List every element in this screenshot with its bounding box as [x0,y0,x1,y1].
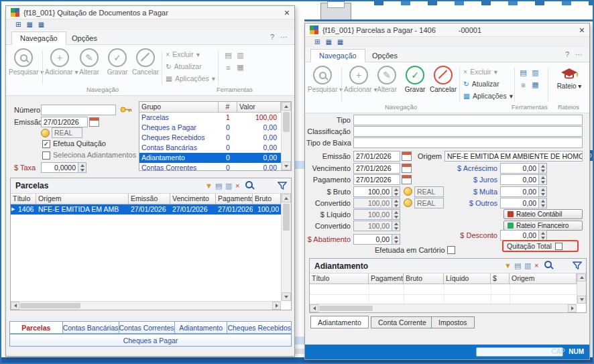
tab-conta-corrente[interactable]: Conta Corrente [371,316,434,328]
adiant-col-pagamento[interactable]: Pagamento [369,274,404,284]
message-list-icon[interactable]: ▤ [223,50,233,60]
grid-view-icon[interactable]: ▦ [325,39,331,46]
tab-impostos[interactable]: Impostos [431,316,475,328]
grid-view2-icon[interactable]: ▦ [38,21,44,28]
adiant-col-origem[interactable]: Origem [510,274,577,284]
parcelas-vscrollbar[interactable] [281,194,291,301]
f18-close-icon[interactable]: × [284,8,290,17]
adiant-col-cifrao[interactable]: $ [491,274,510,284]
abatimento-input[interactable]: 0,00 [353,234,392,245]
f18-gravar-button[interactable]: ✓ Gravar [103,48,132,76]
f16-aplicacoes-button[interactable]: ▦Aplicações▾ [463,90,513,101]
f16-gravar-button[interactable]: ✓ Gravar [400,66,430,93]
f18-atualizar-button[interactable]: ↻Atualizar [166,61,202,72]
scroll-thumb[interactable] [283,204,290,231]
status-input[interactable] [476,347,563,357]
scroll-thumb[interactable] [319,306,373,311]
delete-doc-icon[interactable]: × [235,181,239,191]
copy-icon[interactable]: ▥ [530,68,540,78]
f16-cancelar-button[interactable]: Cancelar [428,66,458,93]
calendar-icon[interactable] [402,175,412,184]
juros-input[interactable]: 0,00 [500,174,539,185]
convertido-spinner[interactable] [392,198,400,208]
f18-tab-opcoes[interactable]: Opções [64,32,105,45]
tab-adiantamento[interactable]: Adiantamento [310,316,369,328]
groups-grid-vscrollbar[interactable] [281,102,291,170]
f16-pesquisar-button[interactable]: Pesquisar ▾ [308,66,337,93]
search-icon[interactable] [245,181,253,191]
f18-pesquisar-button[interactable]: Pesquisar ▾ [9,48,38,76]
copy-doc-icon[interactable]: ▥ [524,261,531,271]
f16-atualizar-button[interactable]: ↻Atualizar [463,78,499,89]
classificacao-input[interactable] [353,126,583,137]
liquido-spinner[interactable] [392,209,400,220]
list-icon[interactable]: ≡ [223,62,233,72]
tab-adiantamento[interactable]: Adiantamento [174,321,228,334]
grid-view-icon[interactable]: ▦ [26,21,32,28]
collapse-ribbon-icon[interactable]: ⊞ [314,39,320,46]
outros-input[interactable]: 0,00 [500,198,539,208]
parcelas-col-vencimento[interactable]: Vencimento [170,194,216,204]
f18-tab-navegacao[interactable]: Navegação [11,32,66,45]
adiantamento-hscrollbar[interactable] [310,304,577,312]
groups-col-num[interactable]: # [219,102,237,113]
new-doc-icon[interactable]: ▤ [514,261,521,271]
filter-edit-icon[interactable]: ▼ [504,261,512,271]
print-icon[interactable]: ▦ [530,80,540,90]
copy-icon[interactable]: ▥ [235,50,245,60]
tab-cheques-recebidos[interactable]: Cheques Recebidos [227,321,292,334]
taxa-spinner[interactable] [78,162,86,173]
f16-close-icon[interactable]: × [579,25,585,35]
table-row[interactable]: Cheques Recebidos [139,133,219,143]
f16-tab-navegacao[interactable]: Navegação [310,49,365,62]
seleciona-adiantamentos-checkbox[interactable] [42,151,50,160]
tab-contas-bancarias[interactable]: Contas Bancárias [62,321,119,334]
f16-excluir-button[interactable]: ×Excluir▾ [463,66,497,77]
f18-help-icon[interactable]: ? [270,33,274,41]
scroll-thumb[interactable] [20,303,80,308]
desconto-input[interactable]: 0,00 [500,230,539,241]
f16-help-icon[interactable]: ? [565,50,569,58]
bruto-spinner[interactable] [392,186,400,197]
calendar-icon[interactable] [402,151,412,161]
new-doc-icon[interactable]: ▤ [215,181,222,191]
taxa-input[interactable]: 0,0000 [41,162,78,173]
quitacao-total-checkbox[interactable] [555,243,562,250]
convertido2-spinner[interactable] [392,221,400,231]
table-row[interactable]: Parcelas [139,113,219,123]
efetua-quitacao-checkbox[interactable]: ✓ [42,140,50,148]
print-icon[interactable]: ▦ [235,62,245,72]
f18-alterar-button[interactable]: ✎ Alterar [74,48,104,76]
scroll-up-icon[interactable] [577,274,586,282]
parcelas-hscrollbar[interactable] [11,301,281,310]
emissao-input[interactable]: 27/01/2026 [353,151,400,162]
table-row-selected[interactable]: ▶ 1406 NFE-E EMITIDA EM AMB 27/01/2026 2… [11,204,281,215]
f16-more-icon[interactable]: ⋯ [575,50,583,59]
tipo-input[interactable] [353,115,583,125]
tab-contas-correntes[interactable]: Contas Correntes [119,321,175,334]
tab-parcelas[interactable]: Parcelas [9,321,63,334]
f18-cancelar-button[interactable]: Cancelar [131,48,160,76]
rateio-financeiro-button[interactable]: Rateio Financeiro [503,221,583,231]
bruto-input[interactable]: 100,00 [353,186,392,197]
vencimento-input[interactable]: 27/01/2026 [353,163,400,174]
parcelas-col-titulo[interactable]: Título [11,194,36,204]
adiant-col-bruto[interactable]: Bruto [404,274,444,284]
scroll-down-icon[interactable] [282,292,291,301]
scroll-down-icon[interactable] [282,162,291,170]
f16-adicionar-button[interactable]: + Adicionar ▾ [344,66,373,93]
f18-aplicacoes-button[interactable]: ▦Aplicações▾ [166,73,215,84]
adiant-col-titulo[interactable]: Título [310,274,369,284]
numero-input[interactable] [41,105,116,115]
acrescimo-spinner[interactable] [539,163,547,174]
f16-alterar-button[interactable]: ✎ Alterar [372,66,402,93]
multa-input[interactable]: 0,00 [500,186,539,197]
tab-cheques-a-pagar[interactable]: Cheques a Pagar [9,334,292,347]
parcelas-col-pagamento[interactable]: Pagamento [216,194,253,204]
adiant-col-liquido[interactable]: Líquido [444,274,491,284]
table-row[interactable]: Contas Bancárias [139,143,219,153]
message-list-icon[interactable]: ▤ [518,68,528,78]
scroll-thumb[interactable] [283,112,290,132]
filter-funnel-icon[interactable] [573,261,582,270]
juros-spinner[interactable] [539,174,547,185]
